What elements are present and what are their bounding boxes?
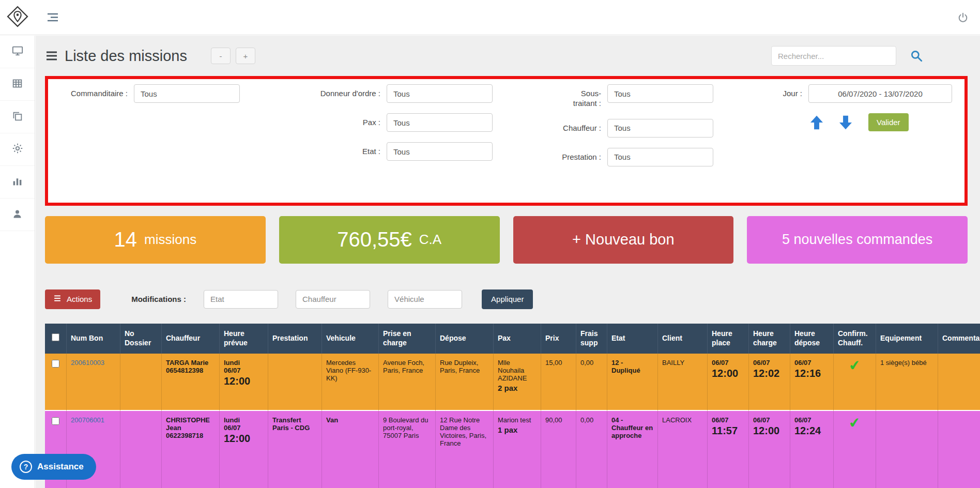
sidebar-item-stats[interactable]: [0, 166, 35, 199]
commanditaire-select[interactable]: Tous: [134, 84, 240, 103]
filter-prestation: Prestation : Tous: [558, 148, 713, 166]
modif-chauffeur-select[interactable]: Chauffeur: [296, 290, 370, 309]
actions-row: Actions Modifications : Etat Chauffeur V…: [45, 289, 980, 309]
page-header: Liste des missions - +: [45, 36, 980, 76]
filter-donneur: Donneur d'ordre : Tous: [305, 84, 493, 103]
cell-heure-depose: 06/07 12:24: [790, 411, 834, 488]
filter-group-2: Donneur d'ordre : Tous Pax : Tous Etat :…: [305, 84, 493, 177]
sidebar-item-dashboard[interactable]: [0, 36, 35, 68]
cell-etat: 04 - Chauffeur en approche: [607, 411, 658, 488]
cell-equipement: [876, 411, 938, 488]
page-title: Liste des missions: [65, 48, 187, 65]
cell-prise-en-charge: 9 Boulevard du port-royal, 75007 Paris: [379, 411, 436, 488]
revenue-label: C.A: [419, 232, 441, 248]
sidebar-item-documents[interactable]: [0, 101, 35, 133]
copy-icon: [12, 111, 23, 124]
num-bon-link[interactable]: 200706001: [71, 416, 104, 424]
col-no-dossier: No Dossier: [120, 324, 162, 354]
col-frais-supp: Frais supp: [576, 324, 607, 354]
col-prise-en-charge: Prise en charge: [379, 324, 436, 354]
modif-etat-select[interactable]: Etat: [204, 290, 278, 309]
row-checkbox[interactable]: [52, 360, 59, 368]
col-select-all: [45, 324, 67, 354]
collapse-menu-icon[interactable]: [48, 13, 58, 22]
cell-heure-charge: 06/07 12:02: [749, 354, 790, 411]
modif-vehicule-select[interactable]: Véhicule: [388, 290, 462, 309]
etat-select[interactable]: Tous: [387, 142, 493, 161]
col-num-bon: Num Bon: [67, 324, 120, 354]
cell-chauffeur: TARGA Marie 0654812398: [162, 354, 220, 411]
cell-frais-supp: 0,00: [576, 354, 607, 411]
cell-pax: Mlle Nouhaila AZIDANE 2 pax: [494, 354, 541, 411]
sidebar-item-missions[interactable]: [0, 68, 35, 101]
assistance-label: Assistance: [37, 462, 84, 472]
cell-chauffeur: CHRISTOPHE Jean 0622398718: [162, 411, 220, 488]
col-heure-place: Heure place: [708, 324, 749, 354]
col-heure-charge: Heure charge: [749, 324, 790, 354]
zoom-out-button[interactable]: -: [211, 48, 231, 64]
cell-confirm: ✔: [834, 354, 876, 411]
sidebar-item-settings[interactable]: [0, 133, 35, 166]
cell-depose: Rue Dupleix, Paris, France: [436, 354, 494, 411]
cell-prix: 15,00: [541, 354, 576, 411]
filter-pax: Pax : Tous: [305, 113, 493, 132]
cell-heure-depose: 06/07 12:16: [790, 354, 834, 411]
col-vehicule: Vehicule: [322, 324, 379, 354]
prestation-label: Prestation :: [558, 148, 601, 162]
cell-checkbox: [45, 354, 67, 411]
cell-no-dossier: [120, 411, 162, 488]
select-all-checkbox[interactable]: [52, 333, 59, 341]
hamburger-icon[interactable]: [45, 50, 58, 62]
cell-pax: Marion test 1 pax: [494, 411, 541, 488]
search-input[interactable]: [771, 46, 896, 66]
chauffeur-label: Chauffeur :: [558, 119, 601, 133]
assistance-button[interactable]: ? Assistance: [11, 454, 96, 480]
nouvelles-commandes-button[interactable]: 5 nouvelles commandes: [747, 216, 968, 264]
col-client: Client: [658, 324, 708, 354]
prestation-select[interactable]: Tous: [607, 148, 713, 166]
check-icon: ✔: [848, 358, 861, 373]
zoom-in-button[interactable]: +: [236, 48, 255, 64]
commanditaire-label: Commanditaire :: [60, 84, 128, 99]
filter-group-1: Commanditaire : Tous: [60, 84, 240, 177]
col-heure-prevue: Heure prévue: [220, 324, 268, 354]
user-icon: [12, 208, 23, 221]
actions-button[interactable]: Actions: [45, 289, 100, 309]
search-area: [771, 46, 923, 66]
col-equipement: Equipement: [876, 324, 938, 354]
cell-etat: 12 - Dupliqué: [607, 354, 658, 411]
appliquer-button[interactable]: Appliquer: [482, 289, 533, 309]
nouveau-bon-label: + Nouveau bon: [572, 231, 675, 248]
pax-label: Pax :: [305, 113, 380, 128]
col-depose: Dépose: [436, 324, 494, 354]
location-pin-logo-icon: [6, 5, 29, 30]
col-confirm-chauff: Confirm. Chauff.: [834, 324, 876, 354]
arrow-up-icon[interactable]: [808, 114, 825, 131]
etat-label: Etat :: [305, 142, 380, 157]
row-checkbox[interactable]: [52, 417, 59, 425]
chauffeur-select[interactable]: Tous: [607, 119, 713, 138]
sous-traitant-select[interactable]: Tous: [607, 84, 713, 103]
cell-heure-prevue: lundi 06/07 12:00: [220, 354, 268, 411]
main-content: Liste des missions - + Commanditaire : T…: [36, 36, 980, 488]
cell-vehicule: Mercedes Viano (FF-930-KK): [322, 354, 379, 411]
sidebar-item-users[interactable]: [0, 199, 35, 231]
cell-frais-supp: 0,00: [576, 411, 607, 488]
table-row: 200610003 TARGA Marie 0654812398 lundi 0…: [45, 354, 980, 411]
arrow-down-icon[interactable]: [837, 114, 854, 131]
power-icon[interactable]: [957, 12, 969, 23]
valider-button[interactable]: Valider: [868, 113, 909, 131]
cell-equipement: 1 siège(s) bébé: [876, 354, 938, 411]
num-bon-link[interactable]: 200610003: [71, 359, 104, 367]
search-icon[interactable]: [910, 49, 923, 63]
missions-label: missions: [144, 232, 196, 248]
donneur-select[interactable]: Tous: [387, 84, 493, 103]
donneur-label: Donneur d'ordre :: [305, 84, 380, 99]
nouveau-bon-button[interactable]: + Nouveau bon: [513, 216, 734, 264]
col-prestation: Prestation: [268, 324, 322, 354]
filter-chauffeur: Chauffeur : Tous: [558, 119, 713, 138]
date-range-input[interactable]: 06/07/2020 - 13/07/2020: [808, 84, 952, 103]
actions-button-label: Actions: [67, 295, 92, 303]
col-chauffeur: Chauffeur: [162, 324, 220, 354]
pax-select[interactable]: Tous: [387, 113, 493, 132]
